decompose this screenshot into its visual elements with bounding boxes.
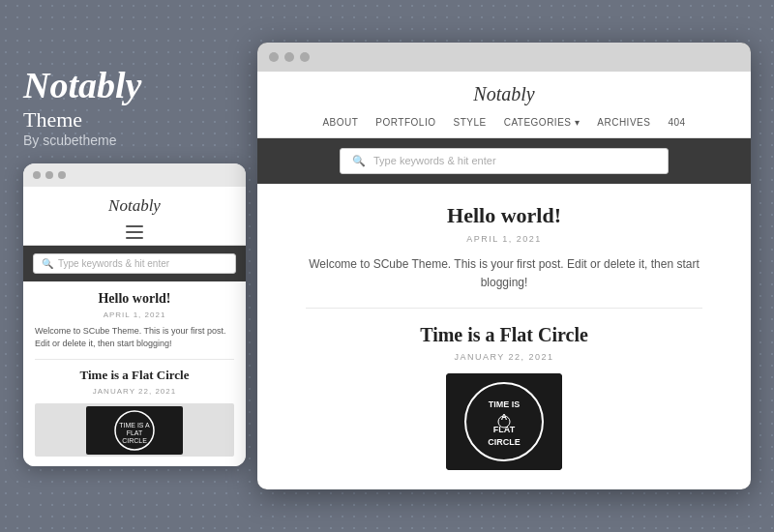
nav-portfolio[interactable]: PORTFOLIO [375,117,435,128]
svg-rect-5 [446,373,562,470]
nav-style[interactable]: STYLE [453,117,486,128]
desktop-dot-2 [284,52,294,62]
mobile-post1-title: Hello world! [35,291,234,307]
desktop-post2-image: TIME IS A FLAT CIRCLE [446,373,562,470]
mobile-site-title: Notably [29,196,240,216]
desktop-search-box[interactable]: 🔍 Type keywords & hit enter [340,148,669,174]
svg-text:CIRCLE: CIRCLE [122,437,147,444]
mobile-post1-excerpt: Welcome to SCube Theme. This is your fir… [35,325,234,349]
nav-about[interactable]: ABOUT [322,117,358,128]
mobile-divider [35,359,234,360]
desktop-post1-date: APRIL 1, 2021 [306,234,702,244]
brand-title: Notably Theme [23,66,246,133]
desktop-search-icon: 🔍 [352,155,366,167]
mobile-mockup: Notably 🔍 Type keywords & hit enter Hell… [23,163,246,466]
desktop-divider [306,308,702,309]
desktop-search-placeholder: Type keywords & hit enter [373,155,496,166]
dot-3 [58,171,66,179]
desktop-site-title: Notably [257,72,751,111]
desktop-dot-3 [300,52,310,62]
svg-text:TIME IS A: TIME IS A [119,422,150,429]
mobile-search-area: 🔍 Type keywords & hit enter [23,246,246,281]
desktop-dot-1 [269,52,279,62]
mobile-post1-date: APRIL 1, 2021 [35,310,234,319]
desktop-post1-title: Hello world! [306,203,702,228]
mobile-time-flat-circle-art: TIME IS A FLAT CIRCLE [86,406,183,455]
search-icon: 🔍 [42,258,53,269]
desktop-mockup: Notably ABOUT PORTFOLIO STYLE CATEGORIES… [257,43,751,489]
mobile-search-box[interactable]: 🔍 Type keywords & hit enter [33,253,236,274]
brand-info: Notably Theme By scubetheme [23,66,246,149]
svg-text:TIME IS: TIME IS [489,399,521,409]
mobile-content: Hello world! APRIL 1, 2021 Welcome to SC… [23,281,246,466]
svg-text:CIRCLE: CIRCLE [488,437,521,447]
mobile-header: Notably [23,187,246,246]
desktop-nav-area: Notably ABOUT PORTFOLIO STYLE CATEGORIES… [257,72,751,138]
desktop-post2-date: JANUARY 22, 2021 [306,352,702,362]
mobile-search-placeholder: Type keywords & hit enter [58,258,169,269]
svg-text:FLAT: FLAT [127,429,143,436]
mobile-post2-title: Time is a Flat Circle [35,368,234,383]
desktop-post2-title: Time is a Flat Circle [306,324,702,346]
desktop-titlebar [257,43,751,72]
desktop-post1-excerpt: Welcome to SCube Theme. This is your fir… [306,255,702,292]
svg-text:FLAT: FLAT [493,425,516,434]
desktop-nav: ABOUT PORTFOLIO STYLE CATEGORIES ▾ ARCHI… [257,111,751,137]
dot-1 [33,171,41,179]
nav-archives[interactable]: ARCHIVES [597,117,650,128]
hamburger-icon[interactable] [126,225,143,239]
left-panel: Notably Theme By scubetheme Notably 🔍 [23,66,246,467]
desktop-content: Hello world! APRIL 1, 2021 Welcome to SC… [257,184,751,489]
desktop-search-area: 🔍 Type keywords & hit enter [257,138,751,184]
dot-2 [45,171,53,179]
mobile-hamburger-area [29,222,240,245]
mobile-post2-date: JANUARY 22, 2021 [35,387,234,396]
mobile-post2-image: TIME IS A FLAT CIRCLE [35,403,234,457]
mobile-titlebar [23,163,246,187]
nav-404[interactable]: 404 [668,117,685,128]
brand-author: By scubetheme [23,133,246,148]
desktop-time-flat-circle-art: TIME IS A FLAT CIRCLE [446,373,562,470]
nav-categories[interactable]: CATEGORIES ▾ [504,117,580,128]
